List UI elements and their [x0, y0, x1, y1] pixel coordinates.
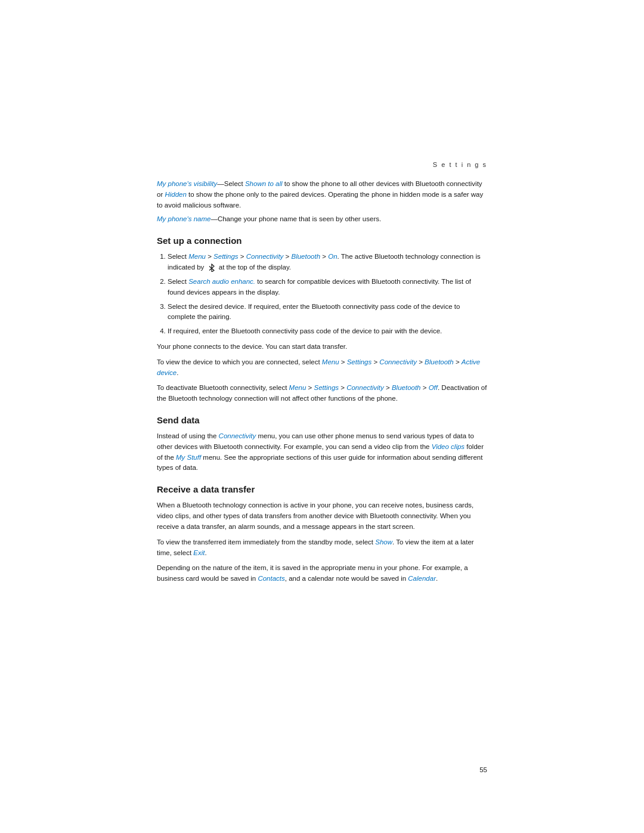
- step1-gt3: >: [283, 253, 291, 260]
- step1-menu-link: Menu: [188, 253, 206, 260]
- visibility-dash: —Select: [217, 180, 245, 187]
- step1-end: at the top of the display.: [217, 264, 291, 271]
- step2-search-link: Search audio enhanc.: [188, 278, 255, 285]
- view-gt2: >: [371, 358, 379, 366]
- setup-steps-list: Select Menu > Settings > Connectivity > …: [168, 252, 487, 337]
- exit-link: Exit: [193, 549, 205, 556]
- deact-menu-link: Menu: [289, 384, 306, 391]
- view-end: .: [177, 369, 178, 376]
- step1-settings-link: Settings: [213, 253, 239, 260]
- calendar-link: Calendar: [408, 575, 436, 582]
- receive-text1: When a Bluetooth technology connection i…: [157, 501, 473, 530]
- step4-text: If required, enter the Bluetooth connect…: [168, 327, 442, 335]
- deact-gt2: >: [339, 384, 346, 391]
- hidden-link: Hidden: [165, 191, 186, 198]
- send-data-heading: Send data: [157, 415, 487, 425]
- receive-para2-end: .: [205, 549, 207, 556]
- my-phone-visibility-link: My phone's visibility: [157, 180, 217, 187]
- my-phone-name-link: My phone's name: [157, 215, 210, 222]
- step1-gt2: >: [239, 253, 246, 260]
- bluetooth-icon: [208, 264, 216, 272]
- contacts-link: Contacts: [258, 575, 284, 582]
- step1-on-link: On: [328, 253, 337, 260]
- settings-header: S e t t i n g s: [157, 161, 487, 168]
- deact-gt4: >: [421, 384, 429, 391]
- deact-off-link: Off: [429, 384, 438, 391]
- deact-gt1: >: [306, 384, 314, 391]
- view-bluetooth-link: Bluetooth: [425, 358, 454, 366]
- setup-step-4: If required, enter the Bluetooth connect…: [168, 326, 487, 337]
- visibility-text2: to show the phone only to the paired dev…: [157, 191, 483, 209]
- step1-gt4: >: [320, 253, 328, 260]
- receive-para3-end: .: [436, 575, 438, 582]
- show-link: Show: [375, 538, 392, 546]
- receive-transfer-heading: Receive a data transfer: [157, 484, 487, 494]
- setup-step-1: Select Menu > Settings > Connectivity > …: [168, 252, 487, 273]
- phone-name-paragraph: My phone's name—Change your phone name t…: [157, 214, 487, 225]
- step2-before: Select: [168, 278, 188, 285]
- send-connectivity-link: Connectivity: [219, 432, 256, 439]
- receive-para1: When a Bluetooth technology connection i…: [157, 500, 487, 532]
- setup-connection-heading: Set up a connection: [157, 236, 487, 246]
- deact-gt3: >: [384, 384, 392, 391]
- view-gt3: >: [417, 358, 425, 366]
- deact-bluetooth-link: Bluetooth: [392, 384, 421, 391]
- visibility-paragraph: My phone's visibility—Select Shown to al…: [157, 179, 487, 210]
- my-stuff-link: My Stuff: [176, 454, 201, 461]
- connects-paragraph: Your phone connects to the device. You c…: [157, 342, 487, 352]
- view-paragraph: To view the device to which you are conn…: [157, 357, 487, 379]
- receive-para2-before: To view the transferred item immediately…: [157, 538, 375, 546]
- step1-before: Select: [168, 253, 188, 260]
- name-dash: —Change your phone name that is seen by …: [210, 215, 381, 222]
- deactivate-paragraph: To deactivate Bluetooth connectivity, se…: [157, 383, 487, 404]
- send-data-paragraph: Instead of using the Connectivity menu, …: [157, 431, 487, 473]
- view-gt1: >: [339, 358, 347, 366]
- view-before: To view the device to which you are conn…: [157, 358, 322, 366]
- connects-text: Your phone connects to the device. You c…: [157, 343, 347, 350]
- view-connectivity-link: Connectivity: [379, 358, 417, 366]
- deact-connectivity-link: Connectivity: [346, 384, 384, 391]
- page-number: 55: [479, 766, 487, 773]
- deact-settings-link: Settings: [314, 384, 339, 391]
- receive-para3: Depending on the nature of the item, it …: [157, 563, 487, 584]
- step1-bluetooth-link: Bluetooth: [291, 253, 320, 260]
- shown-to-all-link: Shown to all: [245, 180, 283, 187]
- view-menu-link: Menu: [322, 358, 339, 366]
- setup-step-2: Select Search audio enhanc. to search fo…: [168, 277, 487, 298]
- settings-label: S e t t i n g s: [433, 161, 487, 168]
- step3-text: Select the desired device. If required, …: [168, 303, 460, 321]
- content-area: S e t t i n g s My phone's visibility—Se…: [157, 161, 487, 589]
- receive-para2: To view the transferred item immediately…: [157, 537, 487, 559]
- view-settings-link: Settings: [347, 358, 372, 366]
- send-end: menu. See the appropriate sections of th…: [157, 454, 482, 472]
- step1-gt1: >: [206, 253, 213, 260]
- setup-step-3: Select the desired device. If required, …: [168, 302, 487, 323]
- page: S e t t i n g s My phone's visibility—Se…: [0, 0, 644, 833]
- send-before: Instead of using the: [157, 432, 219, 439]
- receive-para3-mid: , and a calendar note would be saved in: [285, 575, 408, 582]
- deact-before: To deactivate Bluetooth connectivity, se…: [157, 384, 289, 391]
- video-clips-link: Video clips: [432, 443, 465, 450]
- step1-connectivity-link: Connectivity: [246, 253, 284, 260]
- view-gt4: >: [454, 358, 462, 366]
